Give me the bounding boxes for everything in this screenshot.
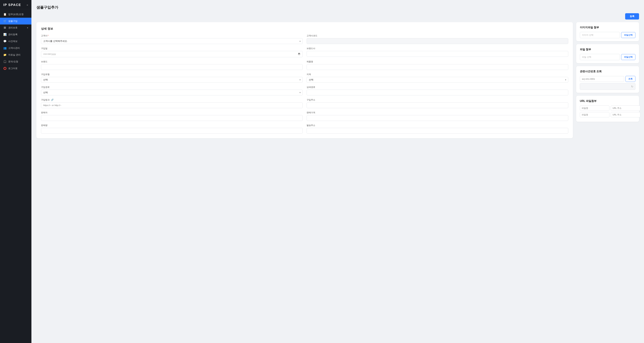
sidebar-item-admin[interactable]: 📊 관리등록: [0, 31, 32, 38]
brand-company-group: 브랜드사: [306, 47, 568, 57]
sidebar-nav: 📋 업무(보호)요청 🛒 샘플구입 🏛 권리보호 ▾📊 관리등록 💬 사건제보 …: [0, 9, 32, 74]
file-attach-panel: 파일 첨부 파일 선택 파일선택: [576, 44, 639, 63]
purchase-link-input[interactable]: [41, 102, 303, 108]
case-lookup-panel: 관련사건번호 조회 조회 ↻: [576, 66, 639, 93]
quantity-input[interactable]: [41, 128, 303, 134]
case-lookup-input[interactable]: [580, 76, 624, 82]
url-file-name-2[interactable]: [580, 112, 610, 118]
purchase-type-select[interactable]: 선택: [41, 77, 303, 83]
link-icon: 🔗: [51, 98, 54, 101]
case-lookup-button[interactable]: 조회: [626, 76, 636, 82]
purchase-date-group: 구입일: [41, 47, 303, 57]
brand-label: 브랜드: [41, 60, 303, 63]
sidebar-header: IP SPACE «: [0, 0, 32, 9]
selling-price-input[interactable]: [306, 115, 568, 121]
sidebar-item-label-case: 사건제보: [8, 40, 18, 43]
data-nav-icon: 📁: [3, 53, 6, 56]
brand-company-input[interactable]: [306, 51, 568, 57]
lookup-result: ↻: [580, 83, 636, 90]
right-panels: 이미지파일 첨부 이미지 선택 파일선택 파일 첨부 파일 선택 파일선택: [576, 22, 639, 122]
sidebar-item-case[interactable]: 💬 사건제보: [0, 38, 32, 45]
selling-price-label: 판매가격: [306, 111, 568, 114]
customer-nav-icon: 👥: [3, 46, 6, 50]
product-name-input[interactable]: [306, 64, 568, 70]
sidebar-item-inquiry[interactable]: 🎧 문의/요청: [0, 58, 32, 65]
file-placeholder: 파일 선택: [580, 54, 620, 60]
sidebar-item-label-logout: 로그아웃: [8, 67, 18, 70]
image-attach-panel: 이미지파일 첨부 이미지 선택 파일선택: [576, 22, 639, 41]
purchase-route-label: 구입경로: [41, 86, 303, 89]
purchase-link-group: 구입링크 🔗: [41, 98, 303, 108]
sidebar-item-data[interactable]: 📁 자료실 관리: [0, 52, 32, 58]
sidebar-item-task[interactable]: 📋 업무(보호)요청: [0, 11, 32, 18]
task-nav-icon: 📋: [3, 13, 6, 16]
customer-label: 고객사*: [41, 34, 303, 37]
collapse-icon[interactable]: «: [27, 4, 28, 6]
image-file-select-button[interactable]: 파일선택: [621, 32, 636, 38]
page-title: 샘플구입추가: [36, 5, 639, 10]
region-label: 지역: [306, 73, 568, 76]
purchase-address-label: 구입주소: [306, 98, 568, 102]
product-name-group: 제품명: [306, 60, 568, 70]
inquiry-nav-icon: 🎧: [3, 60, 6, 63]
url-file-name-1[interactable]: [580, 106, 610, 111]
sample-nav-icon: 🛒: [3, 20, 6, 23]
case-lookup-title: 관련사건번호 조회: [580, 70, 636, 73]
url-attach-panel: URL 파일첨부: [576, 96, 639, 122]
file-select-button[interactable]: 파일선택: [621, 54, 636, 60]
detail-route-input[interactable]: [306, 90, 568, 96]
product-name-label: 제품명: [306, 60, 568, 63]
region-group: 지역 선택: [306, 73, 568, 83]
seller-group: 판매자: [41, 111, 303, 121]
sidebar-item-customer[interactable]: 👥 고객사관리: [0, 45, 32, 52]
customer-select[interactable]: 고객사를 선택해주세요.: [41, 38, 303, 44]
url-address-2[interactable]: [611, 112, 640, 118]
brand-input[interactable]: [41, 64, 303, 70]
detail-route-label: 상세경로: [306, 86, 568, 89]
case-nav-icon: 💬: [3, 40, 6, 43]
purchase-route-select[interactable]: 선택: [41, 90, 303, 96]
shipping-address-input[interactable]: [306, 128, 568, 134]
quantity-label: 판매량: [41, 124, 303, 127]
purchase-route-group: 구입경로 선택: [41, 86, 303, 96]
url-address-1[interactable]: [611, 106, 640, 111]
admin-nav-icon: 📊: [3, 33, 6, 36]
customer-code-label: 고객사코드: [306, 34, 568, 37]
sidebar-item-sample[interactable]: 🛒 샘플구입: [0, 18, 32, 24]
purchase-date-input[interactable]: [41, 51, 303, 57]
customer-group: 고객사* 고객사를 선택해주세요.: [41, 34, 303, 44]
seller-label: 판매자: [41, 111, 303, 114]
purchase-date-label: 구입일: [41, 47, 303, 50]
detail-route-group: 상세경로: [306, 86, 568, 96]
section-title: 상세 정보: [41, 27, 568, 30]
sidebar-item-rights[interactable]: 🏛 권리보호 ▾: [0, 24, 32, 31]
sidebar-item-label-inquiry: 문의/요청: [8, 60, 18, 63]
customer-code-group: 고객사코드: [306, 34, 568, 44]
customer-code-input: [306, 38, 568, 44]
shipping-address-label: 발송주소: [306, 124, 568, 127]
register-button[interactable]: 등록: [625, 13, 639, 20]
file-attach-title: 파일 첨부: [580, 48, 636, 51]
sidebar-item-label-rights: 권리보호: [8, 26, 18, 29]
refresh-icon[interactable]: ↻: [631, 85, 633, 88]
purchase-type-label: 구입유형: [41, 73, 303, 76]
sidebar-item-label-data: 자료실 관리: [8, 54, 20, 56]
image-file-placeholder: 이미지 선택: [580, 32, 620, 38]
logo: IP SPACE: [3, 3, 21, 7]
selling-price-group: 판매가격: [306, 111, 568, 121]
image-attach-title: 이미지파일 첨부: [580, 26, 636, 29]
sidebar-item-label-sample: 샘플구입: [8, 20, 18, 23]
main-content-area: 샘플구입추가 등록 상세 정보 고객사* 고객사를 선택해주세요.: [32, 0, 644, 343]
sidebar: IP SPACE « 📋 업무(보호)요청 🛒 샘플구입 🏛 권리보호 ▾📊 관…: [0, 0, 32, 343]
url-attach-title: URL 파일첨부: [580, 100, 636, 103]
purchase-type-group: 구입유형 선택: [41, 73, 303, 83]
purchase-address-input[interactable]: [306, 102, 568, 108]
region-select[interactable]: 선택: [306, 77, 568, 83]
seller-input[interactable]: [41, 115, 303, 121]
brand-group: 브랜드: [41, 60, 303, 70]
logout-nav-icon: ⭕: [3, 67, 6, 70]
rights-nav-icon: 🏛: [3, 26, 6, 29]
purchase-address-group: 구입주소: [306, 98, 568, 108]
form-panel: 상세 정보 고객사* 고객사를 선택해주세요.: [36, 22, 573, 138]
sidebar-item-logout[interactable]: ⭕ 로그아웃: [0, 65, 32, 72]
